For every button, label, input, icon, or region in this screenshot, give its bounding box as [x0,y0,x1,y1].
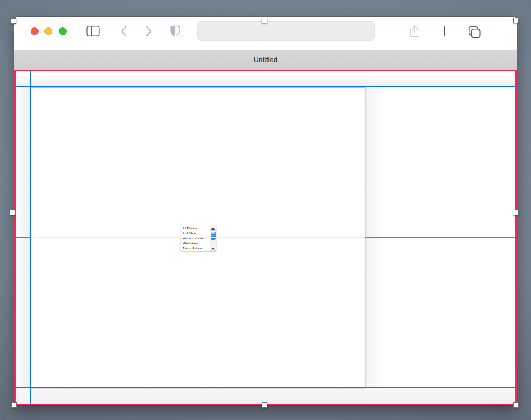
canvas-shade-bottom [16,388,515,404]
sidebar-toggle-icon[interactable] [86,26,100,36]
scroll-down-arrow-icon [211,248,215,250]
selection-handle-bottom-center[interactable] [262,402,267,408]
scroll-up-arrow-icon [211,227,215,230]
selection-handle-top-center[interactable] [262,18,267,23]
traffic-light-minimize-button[interactable] [44,27,52,35]
canvas-shade-left [16,86,31,404]
guide-line-purple-faint [31,237,365,238]
scrollbar-thumb[interactable] [211,232,216,240]
new-tab-plus-icon[interactable] [440,26,450,36]
back-chevron-icon[interactable] [121,26,127,36]
address-bar-input[interactable] [197,21,375,41]
canvas-shade-top [16,71,515,86]
guide-line-purple-right [365,237,515,238]
design-canvas-selection: UI Button List View Blank Canvas Web Vie… [14,70,517,405]
listbox-scrollbar[interactable] [210,226,216,251]
shield-icon[interactable] [169,25,181,37]
selection-handle-bottom-left[interactable] [11,402,17,408]
browser-tab-bar: Untitled [14,50,517,70]
guide-line-purple-left [16,237,31,238]
tab-title: Untitled [253,56,278,64]
share-icon[interactable] [409,25,421,38]
forward-chevron-icon[interactable] [146,26,152,36]
show-tabs-icon[interactable] [468,26,481,39]
traffic-light-close-button[interactable] [31,27,39,35]
mock-browser-window: Untitled UI Button List View Blank Canva… [14,17,517,405]
scroll-down-button[interactable] [210,246,216,251]
design-tool-desktop: Untitled UI Button List View Blank Canva… [0,0,531,420]
scroll-up-button[interactable] [210,226,216,231]
guide-line-blue-horizontal-bottom [16,387,515,388]
guide-line-blue-horizontal-top [16,86,515,87]
traffic-light-zoom-button[interactable] [59,27,67,35]
selection-handle-top-right[interactable] [513,18,519,23]
selection-handle-middle-right[interactable] [513,210,518,215]
selection-handle-middle-left[interactable] [10,210,16,215]
component-listbox: UI Button List View Blank Canvas Web Vie… [181,226,216,251]
selection-handle-bottom-right[interactable] [513,402,519,408]
selection-handle-top-left[interactable] [11,18,16,24]
